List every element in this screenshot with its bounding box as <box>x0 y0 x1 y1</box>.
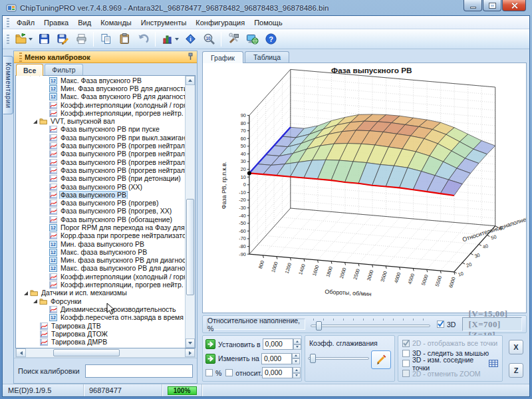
tree-item-11[interactable]: Фаза выпускного РВ (прогрев нейтрал., ХХ… <box>16 166 185 174</box>
tree-item-29[interactable]: 12Коэфф.пересчета отн.заряда в время впр… <box>16 314 185 322</box>
relative-value-stepper[interactable]: 0,000 <box>262 367 301 378</box>
tree-item-9[interactable]: Фаза выпускного РВ (прогрев нейтрал., хо… <box>16 150 185 158</box>
tree-item-2[interactable]: 12Макс. Фаза впускного РВ для диагностик… <box>16 93 185 101</box>
menu-item-3[interactable]: Команды <box>96 17 136 28</box>
dropdown-caret-icon[interactable] <box>29 38 33 41</box>
slider-thumb[interactable] <box>310 354 316 363</box>
tab-all[interactable]: Все <box>16 64 43 76</box>
slider-track[interactable] <box>308 357 369 360</box>
comments-tab[interactable]: Комментарии <box>3 56 13 114</box>
tree-item-25[interactable]: Коэфф.интерполяции, прогрев нейтр. (холо… <box>16 281 185 289</box>
tree-item-28[interactable]: Динамическая производительность <box>16 305 185 313</box>
tree-item-22[interactable]: 12Мин. фаза выпускного РВ для диагностик… <box>16 257 185 265</box>
option-checkbox-0[interactable] <box>402 340 410 347</box>
menu-item-4[interactable]: Инструменты <box>136 17 192 28</box>
checkbox-relative[interactable] <box>225 369 233 376</box>
chart-area[interactable]: -90-80-70-60-50-40-30-20-100102030405060… <box>202 63 527 313</box>
scroll-left-icon[interactable] <box>16 348 26 357</box>
tree-item-17[interactable]: Фаза выпускного РВ (обогащение) <box>16 215 185 223</box>
menu-item-5[interactable]: Конфигурация <box>191 17 249 28</box>
tree-item-4[interactable]: Коэфф.интерполяции, прогрев нейтр. (холо… <box>16 109 185 117</box>
chart-mode-button[interactable] <box>159 31 180 47</box>
print-button[interactable] <box>72 31 90 47</box>
title-bar[interactable]: ChipTuningPRO ver.7.4.8.969 - Antara32L_… <box>2 0 530 15</box>
current-point-marker[interactable] <box>247 171 251 175</box>
spin-up-icon[interactable] <box>293 367 301 373</box>
tab-filter[interactable]: Фильтр <box>45 64 82 75</box>
menu-item-2[interactable]: Вид <box>73 17 96 28</box>
minimize-button[interactable] <box>464 0 482 11</box>
checkbox-percent[interactable] <box>205 369 213 376</box>
slider-track[interactable] <box>311 325 430 327</box>
find-value-button[interactable]: 10 <box>200 31 217 47</box>
tree-item-6[interactable]: Фаза выпускного РВ при пуске <box>16 126 185 134</box>
option-checkbox-3[interactable] <box>402 370 410 377</box>
tree-item-12[interactable]: Фаза выпускного РВ (при детонации) <box>16 175 185 183</box>
menu-item-1[interactable]: Правка <box>39 17 73 28</box>
spin-down-icon[interactable] <box>293 344 301 350</box>
scroll-right-icon[interactable] <box>185 348 195 357</box>
slider-thumb[interactable] <box>316 321 322 331</box>
tree-vertical-scrollbar[interactable] <box>185 76 195 348</box>
tree-item-15[interactable]: Фаза выпускного РВ (прогрев) <box>16 199 185 207</box>
save-edit-button[interactable] <box>54 31 71 47</box>
tree-item-0[interactable]: 12Макс. Фаза впускного РВ <box>16 76 185 84</box>
load-slider[interactable] <box>311 318 430 331</box>
copy-button[interactable] <box>97 31 114 47</box>
undo-button[interactable] <box>134 31 152 47</box>
tab-grafik[interactable]: График <box>202 51 243 63</box>
tree-item-24[interactable]: Коэфф.интерполяции (холодный / горячий ) <box>16 273 185 281</box>
tree-item-21[interactable]: 12Макс. фаза выпускного РВ <box>16 248 185 256</box>
tree-item-7[interactable]: Фаза выпускного РВ при выкл.зажигания <box>16 134 185 142</box>
open-file-button[interactable] <box>13 31 34 47</box>
vscroll-thumb[interactable] <box>186 199 194 295</box>
apply-change-button[interactable] <box>205 354 215 364</box>
maximize-button[interactable] <box>483 0 501 11</box>
expand-toggle-icon[interactable] <box>33 120 37 124</box>
menu-item-0[interactable]: Файл <box>12 17 39 28</box>
scroll-down-icon[interactable] <box>186 338 195 348</box>
smoothing-slider[interactable] <box>308 350 369 362</box>
internet-button[interactable] <box>243 31 261 47</box>
set-value-stepper[interactable]: 0,000 <box>263 338 301 350</box>
dropdown-caret-icon[interactable] <box>175 38 179 41</box>
spin-up-icon[interactable] <box>293 338 301 344</box>
tree-item-14[interactable]: Фаза выпускного РВ <box>16 191 185 199</box>
tree-item-23[interactable]: 12Макс. фаза выпускного РВ для диагности… <box>16 265 185 273</box>
tree-item-26[interactable]: Датчики и исп. механизмы <box>16 289 185 297</box>
tools-button[interactable] <box>225 31 242 47</box>
tree-item-1[interactable]: 12Мин. Фаза впускного РВ для диагностики <box>16 84 185 92</box>
tree-item-20[interactable]: 12Мин. фаза выпускного РВ <box>16 240 185 248</box>
option-checkbox-2[interactable] <box>402 360 410 367</box>
tree-item-3[interactable]: Коэфф.интерполяции (холодный / горячий ) <box>16 101 185 109</box>
tree-item-18[interactable]: 12Порог RPM для перехода на Фазу для реж… <box>16 223 185 231</box>
tree-item-27[interactable]: Форсунки <box>16 297 185 305</box>
tree-item-10[interactable]: Фаза выпускного РВ (прогрев нейтрал., ХХ… <box>16 158 185 166</box>
change-value[interactable]: 0,000 <box>261 353 292 364</box>
checkbox-3d[interactable] <box>437 321 444 328</box>
expand-toggle-icon[interactable] <box>33 299 37 303</box>
expand-toggle-icon[interactable] <box>24 291 28 295</box>
hscroll-thumb[interactable] <box>53 349 120 356</box>
tree-item-5[interactable]: VVT, выпускной вал <box>16 117 185 125</box>
tree-item-19[interactable]: Корр.фаза при прогреве нейтрализатора <box>16 232 185 240</box>
apply-smoothing-button[interactable] <box>371 350 391 369</box>
tab-tablica[interactable]: Таблица <box>245 51 289 63</box>
calibration-panel-header[interactable]: Меню калибровок <box>14 51 197 63</box>
help-button[interactable]: ? <box>262 31 279 47</box>
x-axis-button[interactable]: X <box>509 340 523 354</box>
z-axis-button[interactable]: Z <box>509 363 523 378</box>
spin-up-icon[interactable] <box>292 353 300 359</box>
tree-item-8[interactable]: Фаза выпускного РВ (прогрев нейтрализато… <box>16 142 185 150</box>
search-input[interactable] <box>85 364 193 378</box>
menu-item-6[interactable]: Помощь <box>249 17 287 28</box>
paste-button[interactable] <box>116 31 133 47</box>
change-value-stepper[interactable]: 0,000 <box>261 353 300 364</box>
scroll-up-icon[interactable] <box>186 76 195 85</box>
relative-value[interactable]: 0,000 <box>262 367 293 378</box>
close-button[interactable] <box>502 0 526 11</box>
tree-item-16[interactable]: Фаза выпускного РВ (прогрев, ХХ) <box>16 207 185 215</box>
apply-set-button[interactable] <box>205 339 215 349</box>
set-value[interactable]: 0,000 <box>263 338 293 350</box>
tree-item-30[interactable]: Тарировка ДТВ <box>16 322 185 330</box>
